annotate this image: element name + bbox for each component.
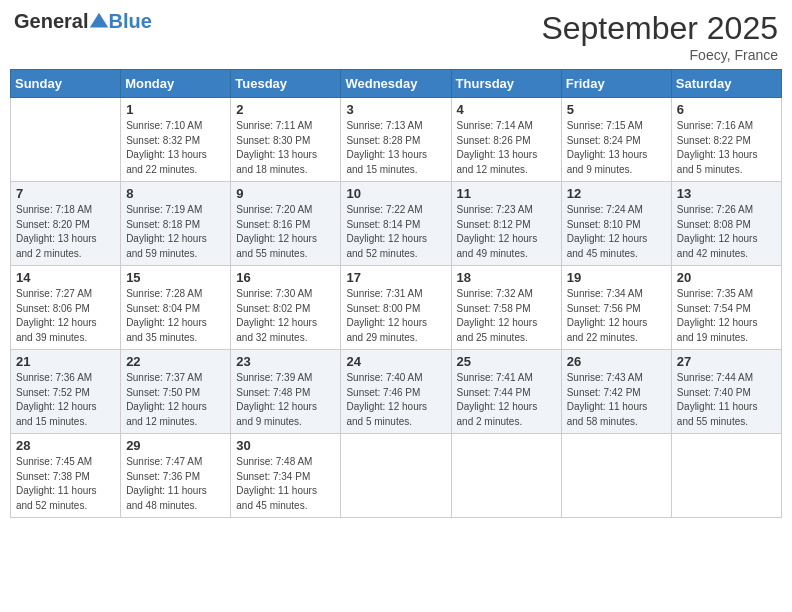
day-number: 1 (126, 102, 225, 117)
day-number: 23 (236, 354, 335, 369)
calendar-cell (341, 434, 451, 518)
day-info: Sunrise: 7:15 AMSunset: 8:24 PMDaylight:… (567, 119, 666, 177)
day-number: 30 (236, 438, 335, 453)
day-info: Sunrise: 7:26 AMSunset: 8:08 PMDaylight:… (677, 203, 776, 261)
day-number: 25 (457, 354, 556, 369)
calendar-cell: 17Sunrise: 7:31 AMSunset: 8:00 PMDayligh… (341, 266, 451, 350)
day-number: 18 (457, 270, 556, 285)
calendar-week-row: 28Sunrise: 7:45 AMSunset: 7:38 PMDayligh… (11, 434, 782, 518)
day-number: 15 (126, 270, 225, 285)
day-info: Sunrise: 7:22 AMSunset: 8:14 PMDaylight:… (346, 203, 445, 261)
calendar-week-row: 7Sunrise: 7:18 AMSunset: 8:20 PMDaylight… (11, 182, 782, 266)
calendar-cell (671, 434, 781, 518)
calendar-cell: 13Sunrise: 7:26 AMSunset: 8:08 PMDayligh… (671, 182, 781, 266)
calendar-cell: 3Sunrise: 7:13 AMSunset: 8:28 PMDaylight… (341, 98, 451, 182)
day-number: 21 (16, 354, 115, 369)
calendar-cell (561, 434, 671, 518)
calendar-table: SundayMondayTuesdayWednesdayThursdayFrid… (10, 69, 782, 518)
calendar-cell: 5Sunrise: 7:15 AMSunset: 8:24 PMDaylight… (561, 98, 671, 182)
calendar-cell: 18Sunrise: 7:32 AMSunset: 7:58 PMDayligh… (451, 266, 561, 350)
column-header-friday: Friday (561, 70, 671, 98)
day-info: Sunrise: 7:35 AMSunset: 7:54 PMDaylight:… (677, 287, 776, 345)
calendar-week-row: 21Sunrise: 7:36 AMSunset: 7:52 PMDayligh… (11, 350, 782, 434)
day-info: Sunrise: 7:41 AMSunset: 7:44 PMDaylight:… (457, 371, 556, 429)
day-number: 26 (567, 354, 666, 369)
calendar-cell: 20Sunrise: 7:35 AMSunset: 7:54 PMDayligh… (671, 266, 781, 350)
logo: General Blue (14, 10, 152, 33)
calendar-cell: 4Sunrise: 7:14 AMSunset: 8:26 PMDaylight… (451, 98, 561, 182)
calendar-cell: 29Sunrise: 7:47 AMSunset: 7:36 PMDayligh… (121, 434, 231, 518)
day-info: Sunrise: 7:16 AMSunset: 8:22 PMDaylight:… (677, 119, 776, 177)
calendar-cell: 9Sunrise: 7:20 AMSunset: 8:16 PMDaylight… (231, 182, 341, 266)
calendar-week-row: 1Sunrise: 7:10 AMSunset: 8:32 PMDaylight… (11, 98, 782, 182)
calendar-cell (451, 434, 561, 518)
day-number: 24 (346, 354, 445, 369)
calendar-cell: 7Sunrise: 7:18 AMSunset: 8:20 PMDaylight… (11, 182, 121, 266)
day-number: 9 (236, 186, 335, 201)
calendar-cell: 26Sunrise: 7:43 AMSunset: 7:42 PMDayligh… (561, 350, 671, 434)
day-info: Sunrise: 7:47 AMSunset: 7:36 PMDaylight:… (126, 455, 225, 513)
calendar-cell: 14Sunrise: 7:27 AMSunset: 8:06 PMDayligh… (11, 266, 121, 350)
column-header-saturday: Saturday (671, 70, 781, 98)
day-number: 29 (126, 438, 225, 453)
calendar-cell: 27Sunrise: 7:44 AMSunset: 7:40 PMDayligh… (671, 350, 781, 434)
day-info: Sunrise: 7:10 AMSunset: 8:32 PMDaylight:… (126, 119, 225, 177)
calendar-cell: 1Sunrise: 7:10 AMSunset: 8:32 PMDaylight… (121, 98, 231, 182)
day-number: 28 (16, 438, 115, 453)
calendar-week-row: 14Sunrise: 7:27 AMSunset: 8:06 PMDayligh… (11, 266, 782, 350)
day-info: Sunrise: 7:48 AMSunset: 7:34 PMDaylight:… (236, 455, 335, 513)
day-number: 8 (126, 186, 225, 201)
day-info: Sunrise: 7:23 AMSunset: 8:12 PMDaylight:… (457, 203, 556, 261)
day-info: Sunrise: 7:18 AMSunset: 8:20 PMDaylight:… (16, 203, 115, 261)
day-info: Sunrise: 7:11 AMSunset: 8:30 PMDaylight:… (236, 119, 335, 177)
day-info: Sunrise: 7:30 AMSunset: 8:02 PMDaylight:… (236, 287, 335, 345)
column-header-tuesday: Tuesday (231, 70, 341, 98)
column-header-sunday: Sunday (11, 70, 121, 98)
calendar-cell: 8Sunrise: 7:19 AMSunset: 8:18 PMDaylight… (121, 182, 231, 266)
calendar-cell: 15Sunrise: 7:28 AMSunset: 8:04 PMDayligh… (121, 266, 231, 350)
calendar-header-row: SundayMondayTuesdayWednesdayThursdayFrid… (11, 70, 782, 98)
calendar-cell: 11Sunrise: 7:23 AMSunset: 8:12 PMDayligh… (451, 182, 561, 266)
logo-blue: Blue (108, 10, 151, 33)
day-info: Sunrise: 7:27 AMSunset: 8:06 PMDaylight:… (16, 287, 115, 345)
day-number: 13 (677, 186, 776, 201)
day-info: Sunrise: 7:14 AMSunset: 8:26 PMDaylight:… (457, 119, 556, 177)
day-number: 19 (567, 270, 666, 285)
day-number: 22 (126, 354, 225, 369)
day-number: 4 (457, 102, 556, 117)
day-number: 14 (16, 270, 115, 285)
day-info: Sunrise: 7:36 AMSunset: 7:52 PMDaylight:… (16, 371, 115, 429)
day-info: Sunrise: 7:39 AMSunset: 7:48 PMDaylight:… (236, 371, 335, 429)
calendar-cell: 25Sunrise: 7:41 AMSunset: 7:44 PMDayligh… (451, 350, 561, 434)
day-number: 10 (346, 186, 445, 201)
column-header-wednesday: Wednesday (341, 70, 451, 98)
calendar-cell: 10Sunrise: 7:22 AMSunset: 8:14 PMDayligh… (341, 182, 451, 266)
subtitle: Foecy, France (541, 47, 778, 63)
column-header-monday: Monday (121, 70, 231, 98)
day-info: Sunrise: 7:43 AMSunset: 7:42 PMDaylight:… (567, 371, 666, 429)
calendar-cell: 23Sunrise: 7:39 AMSunset: 7:48 PMDayligh… (231, 350, 341, 434)
logo-icon (88, 11, 110, 33)
day-number: 7 (16, 186, 115, 201)
calendar-cell: 30Sunrise: 7:48 AMSunset: 7:34 PMDayligh… (231, 434, 341, 518)
day-info: Sunrise: 7:32 AMSunset: 7:58 PMDaylight:… (457, 287, 556, 345)
day-number: 5 (567, 102, 666, 117)
calendar-cell: 12Sunrise: 7:24 AMSunset: 8:10 PMDayligh… (561, 182, 671, 266)
day-number: 3 (346, 102, 445, 117)
day-info: Sunrise: 7:40 AMSunset: 7:46 PMDaylight:… (346, 371, 445, 429)
day-info: Sunrise: 7:31 AMSunset: 8:00 PMDaylight:… (346, 287, 445, 345)
calendar-cell: 19Sunrise: 7:34 AMSunset: 7:56 PMDayligh… (561, 266, 671, 350)
day-info: Sunrise: 7:13 AMSunset: 8:28 PMDaylight:… (346, 119, 445, 177)
page-header: General Blue September 2025 Foecy, Franc… (10, 10, 782, 63)
calendar-cell: 6Sunrise: 7:16 AMSunset: 8:22 PMDaylight… (671, 98, 781, 182)
calendar-cell: 2Sunrise: 7:11 AMSunset: 8:30 PMDaylight… (231, 98, 341, 182)
day-number: 16 (236, 270, 335, 285)
day-number: 20 (677, 270, 776, 285)
main-title: September 2025 (541, 10, 778, 47)
calendar-cell: 22Sunrise: 7:37 AMSunset: 7:50 PMDayligh… (121, 350, 231, 434)
day-number: 6 (677, 102, 776, 117)
svg-marker-0 (90, 12, 108, 27)
day-info: Sunrise: 7:37 AMSunset: 7:50 PMDaylight:… (126, 371, 225, 429)
day-number: 11 (457, 186, 556, 201)
column-header-thursday: Thursday (451, 70, 561, 98)
